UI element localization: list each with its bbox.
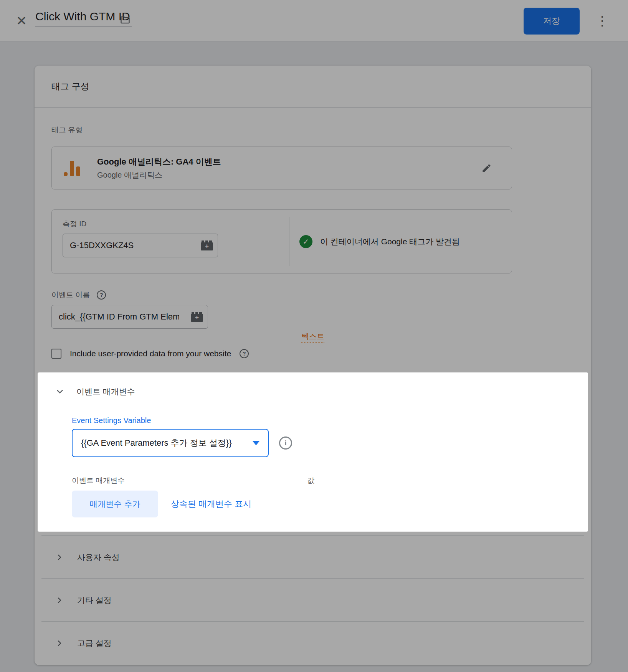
section-label: 기타 설정 — [77, 595, 112, 606]
esv-selected-value: {{GA Event Parameters 추가 정보 설정}} — [81, 437, 232, 449]
section-divider — [41, 371, 584, 371]
kebab-menu-button[interactable]: ⋮ — [596, 11, 607, 31]
esv-info-button[interactable]: i — [279, 436, 292, 450]
user-data-row: Include user-provided data from your web… — [51, 349, 574, 359]
ga4-analytics-icon — [63, 159, 81, 177]
event-name-section: 이벤트 이름 ? 텍스트 — [51, 290, 574, 329]
esv-dropdown[interactable]: {{GA Event Parameters 추가 정보 설정}} — [72, 429, 269, 457]
show-inherited-parameters-link[interactable]: 상속된 매개변수 표시 — [171, 498, 251, 510]
tag-title: Click With GTM ID — [35, 10, 130, 23]
section-advanced-settings[interactable]: 고급 설정 — [51, 622, 574, 664]
tag-type-label: 태그 유형 — [51, 125, 574, 135]
measurement-id-input[interactable] — [63, 234, 196, 257]
section-more-settings[interactable]: 기타 설정 — [51, 579, 574, 621]
chevron-right-icon — [55, 553, 64, 562]
pencil-icon — [481, 163, 492, 173]
google-tag-status-text: 이 컨테이너에서 Google 태그가 발견됨 — [320, 236, 460, 247]
value-column-label: 값 — [307, 476, 314, 486]
event-parameters-header[interactable]: 이벤트 매개변수 — [38, 386, 588, 397]
help-icon: ? — [243, 351, 246, 357]
event-name-help-button[interactable]: ? — [97, 290, 106, 300]
tag-configuration-card: 태그 구성 태그 유형 Google 애널리틱스: GA4 이벤트 Google… — [35, 66, 591, 665]
card-header: 태그 구성 — [35, 66, 591, 108]
section-user-properties[interactable]: 사용자 속성 — [51, 536, 574, 578]
folder-button[interactable] — [119, 15, 131, 25]
user-data-help-button[interactable]: ? — [240, 349, 249, 358]
kebab-icon: ⋮ — [596, 13, 609, 28]
add-parameter-button[interactable]: 매개변수 추가 — [72, 491, 158, 517]
tag-type-name: Google 애널리틱스: GA4 이벤트 — [97, 156, 221, 168]
event-name-label: 이벤트 이름 — [51, 290, 90, 300]
card-title: 태그 구성 — [51, 81, 89, 92]
chevron-right-icon — [55, 639, 64, 648]
section-label: 사용자 속성 — [77, 552, 120, 563]
esv-label: Event Settings Variable — [72, 416, 588, 425]
tag-name-field[interactable]: Click With GTM ID — [35, 10, 132, 27]
chevron-right-icon — [55, 596, 64, 605]
tag-type-vendor: Google 애널리틱스 — [97, 170, 221, 180]
event-name-variable-picker-button[interactable] — [186, 305, 208, 328]
measurement-id-label: 측정 ID — [63, 219, 289, 229]
user-data-label: Include user-provided data from your web… — [70, 349, 231, 358]
variable-brick-plus-icon — [201, 242, 213, 250]
measurement-id-box: 측정 ID ✓ 이 컨테이너에서 Google 태그가 발견됨 — [51, 209, 512, 273]
info-icon: i — [284, 439, 286, 447]
edit-tag-type-button[interactable] — [479, 161, 494, 176]
tag-type-box: Google 애널리틱스: GA4 이벤트 Google 애널리틱스 — [51, 147, 512, 189]
chevron-down-icon — [55, 387, 65, 397]
user-data-checkbox[interactable] — [51, 349, 61, 359]
measurement-id-group — [63, 234, 218, 257]
event-parameters-section: 이벤트 매개변수 Event Settings Variable {{GA Ev… — [38, 372, 588, 532]
google-tag-status: ✓ 이 컨테이너에서 Google 태그가 발견됨 — [289, 217, 512, 266]
event-parameters-title: 이벤트 매개변수 — [76, 386, 135, 397]
measurement-id-variable-picker-button[interactable] — [196, 234, 218, 257]
close-button[interactable]: ✕ — [13, 12, 30, 29]
check-circle-icon: ✓ — [299, 235, 312, 248]
section-label: 고급 설정 — [77, 638, 112, 649]
event-name-group — [51, 305, 208, 329]
folder-icon — [119, 15, 131, 25]
param-column-label: 이벤트 매개변수 — [72, 476, 125, 484]
dialog-topbar: ✕ Click With GTM ID 저장 ⋮ — [0, 0, 628, 41]
close-icon: ✕ — [16, 13, 27, 28]
event-name-input[interactable] — [52, 305, 186, 328]
help-icon: ? — [100, 292, 103, 298]
parameters-table-header: 이벤트 매개변수 값 — [72, 476, 588, 486]
dropdown-caret-icon — [253, 441, 259, 445]
text-annotation-link[interactable]: 텍스트 — [301, 331, 324, 343]
save-button[interactable]: 저장 — [524, 8, 580, 35]
variable-brick-plus-icon — [191, 314, 203, 322]
